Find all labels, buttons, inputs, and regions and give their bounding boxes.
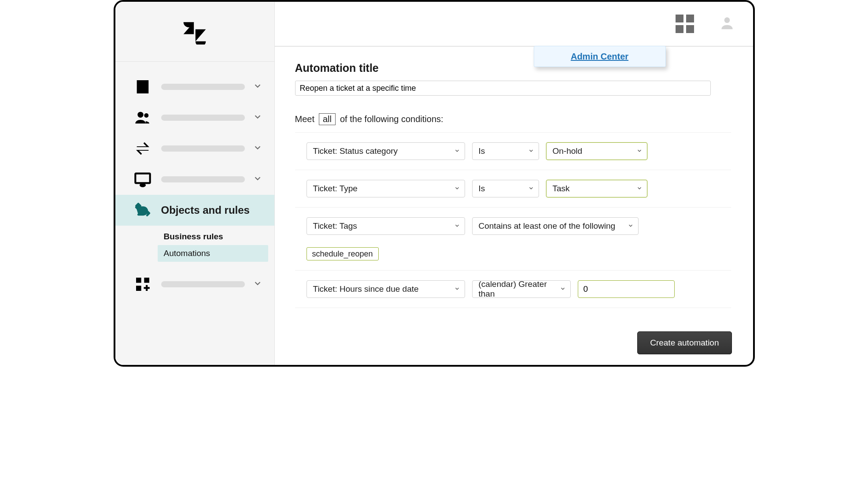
- condition-tag-area: schedule_reopen: [307, 242, 731, 260]
- condition-row: Ticket: Hours since due date (calendar) …: [295, 271, 731, 308]
- chevron-down-icon: [454, 146, 460, 156]
- conditions-header: Meet all of the following conditions:: [295, 113, 733, 125]
- condition-operator-select[interactable]: Is: [472, 180, 539, 197]
- chevron-down-icon: [253, 279, 265, 290]
- sidebar-item-apps[interactable]: [115, 269, 274, 300]
- building-icon: [132, 78, 153, 96]
- chevron-down-icon: [253, 143, 265, 154]
- automation-title-label: Automation title: [295, 62, 733, 74]
- automation-title-input[interactable]: [295, 81, 711, 96]
- condition-row: Ticket: Tags Contains at least one of th…: [295, 208, 731, 271]
- app-frame: Objects and rules Business rules Automat…: [114, 0, 755, 367]
- chevron-down-icon: [454, 284, 460, 294]
- condition-field-select[interactable]: Ticket: Hours since due date: [307, 280, 465, 298]
- footer-actions: Create automation: [637, 331, 731, 354]
- chevron-down-icon: [636, 184, 643, 193]
- chevron-down-icon: [528, 184, 534, 193]
- create-automation-button[interactable]: Create automation: [637, 331, 731, 354]
- condition-field-select[interactable]: Ticket: Tags: [307, 217, 465, 235]
- people-icon: [132, 109, 153, 126]
- user-avatar-icon[interactable]: [719, 15, 735, 33]
- sidebar-item-objects-rules[interactable]: Objects and rules: [115, 195, 274, 226]
- condition-operator-select[interactable]: Contains at least one of the following: [472, 217, 639, 235]
- condition-value-select[interactable]: Task: [546, 180, 647, 197]
- condition-row: Ticket: Type Is Task: [295, 170, 731, 208]
- svg-point-8: [724, 17, 730, 23]
- chevron-down-icon: [454, 184, 460, 193]
- sidebar-item-workspaces[interactable]: [115, 164, 274, 195]
- chevron-down-icon: [528, 146, 534, 156]
- svg-rect-2: [135, 174, 150, 183]
- sidebar-item-account[interactable]: [115, 71, 274, 102]
- placeholder-bar: [161, 84, 245, 90]
- apps-grid-icon[interactable]: [676, 15, 694, 33]
- placeholder-bar: [161, 281, 245, 287]
- placeholder-bar: [161, 145, 245, 152]
- svg-rect-5: [136, 278, 141, 283]
- svg-rect-4: [136, 204, 140, 208]
- meet-suffix: of the following conditions:: [340, 114, 443, 124]
- svg-point-1: [144, 113, 148, 118]
- svg-rect-6: [144, 278, 149, 283]
- condition-row: Ticket: Status category Is On-hold: [295, 133, 731, 170]
- conditions-list: Ticket: Status category Is On-hold: [295, 132, 731, 308]
- chevron-down-icon: [253, 174, 265, 185]
- chevron-down-icon: [560, 284, 566, 294]
- subnav-automations[interactable]: Automations: [158, 245, 268, 262]
- condition-value-input[interactable]: [578, 280, 675, 298]
- sidebar-item-channels[interactable]: [115, 133, 274, 164]
- content-area: Automation title Meet all of the followi…: [275, 47, 753, 321]
- apps-add-icon: [132, 275, 153, 293]
- meet-prefix: Meet: [295, 114, 314, 124]
- routing-icon: [132, 201, 153, 219]
- condition-field-select[interactable]: Ticket: Type: [307, 180, 465, 197]
- placeholder-bar: [161, 115, 245, 121]
- admin-center-link[interactable]: Admin Center: [571, 52, 628, 62]
- svg-rect-7: [136, 286, 141, 291]
- sidebar-subnav: Business rules Automations: [115, 226, 274, 269]
- main-panel: Admin Center Automation title Meet all o…: [275, 2, 753, 365]
- condition-operator-select[interactable]: Is: [472, 142, 539, 160]
- brand-logo: [115, 2, 274, 62]
- sidebar-item-people[interactable]: [115, 102, 274, 133]
- condition-operator-select[interactable]: (calendar) Greater than: [472, 280, 571, 298]
- chevron-down-icon: [628, 221, 634, 231]
- chevron-down-icon: [253, 112, 265, 123]
- arrows-swap-icon: [132, 140, 153, 157]
- subnav-business-rules[interactable]: Business rules: [158, 228, 274, 245]
- sidebar-item-label: Objects and rules: [161, 204, 266, 216]
- sidebar: Objects and rules Business rules Automat…: [115, 2, 275, 365]
- tag-chip[interactable]: schedule_reopen: [307, 247, 379, 260]
- chevron-down-icon: [253, 81, 265, 93]
- meet-quantifier[interactable]: all: [319, 113, 336, 125]
- svg-point-3: [140, 184, 145, 186]
- condition-field-select[interactable]: Ticket: Status category: [307, 142, 465, 160]
- placeholder-bar: [161, 176, 245, 182]
- monitor-icon: [132, 171, 153, 188]
- condition-value-select[interactable]: On-hold: [546, 142, 647, 160]
- zendesk-icon: [182, 19, 207, 45]
- chevron-down-icon: [454, 221, 460, 231]
- admin-center-popover: Admin Center: [534, 46, 666, 67]
- svg-point-0: [137, 112, 143, 118]
- sidebar-nav: Objects and rules Business rules Automat…: [115, 62, 274, 300]
- chevron-down-icon: [636, 146, 643, 156]
- topbar: [275, 2, 753, 47]
